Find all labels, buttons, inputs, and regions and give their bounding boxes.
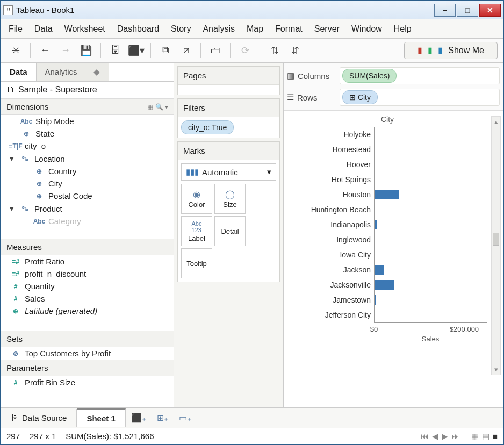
columns-shelf[interactable]: SUM(Sales) [340,67,500,84]
menu-server[interactable]: Server [314,24,340,34]
dimension-field[interactable]: ⊕Postal Code [1,190,174,202]
save-button[interactable]: 💾 [77,42,95,59]
menu-map[interactable]: Map [247,24,263,34]
chart-row[interactable]: Hot Springs [288,172,487,187]
nav-prev-button[interactable]: ◀ [432,432,438,441]
chart-bar[interactable] [375,220,377,229]
menu-analysis[interactable]: Analysis [203,24,235,34]
dimension-field[interactable]: ▾ᵒᵢₒLocation [1,152,174,165]
columns-pill-sum-sales[interactable]: SUM(Sales) [342,69,397,83]
sort-asc-button[interactable]: ⇅ [265,42,284,59]
maximize-button[interactable]: □ [457,4,478,17]
chevron-down-icon: ▾ [267,167,271,177]
chart-row[interactable]: Jamestown [288,292,487,307]
nav-last-button[interactable]: ⏭ [451,432,459,441]
show-me-label: Show Me [448,46,484,55]
chart-bar[interactable] [375,280,394,290]
vertical-scrollbar[interactable]: ▴ ▾ [491,116,501,375]
filter-pill-city-o[interactable]: city_o: True [181,120,234,134]
duplicate-button[interactable]: ⧉ [156,42,175,59]
marks-size-button[interactable]: ◯Size [214,184,246,214]
menu-window[interactable]: Window [351,24,382,34]
chart-row[interactable]: Huntington Beach [288,202,487,217]
rows-pill-city[interactable]: ⊞ City [342,90,378,104]
menu-file[interactable]: File [9,24,23,34]
measure-field[interactable]: ⊕Latitude (generated) [1,305,174,317]
param-field[interactable]: #Profit Bin Size [1,376,174,389]
chart-row[interactable]: Jackson [288,262,487,277]
view-full-button[interactable]: ■ [493,432,498,441]
new-sheet-button[interactable]: ⬛▾ [127,42,145,59]
chart-row-label: Huntington Beach [288,205,374,214]
rows-shelf[interactable]: ⊞ City [340,89,500,106]
measure-field[interactable]: #Sales [1,292,174,305]
pages-card[interactable]: Pages [177,66,280,95]
chart-row[interactable]: Homestead [288,142,487,157]
show-me-button[interactable]: ▮▮▮ Show Me [404,42,498,59]
refresh-button[interactable]: ⟳ [236,42,254,59]
chart-bar[interactable] [375,265,384,275]
scroll-thumb[interactable] [493,233,499,246]
datasource-item[interactable]: 🗋 Sample - Superstore [1,82,174,98]
menu-format[interactable]: Format [275,24,303,34]
dimension-field[interactable]: ⊕Country [1,165,174,177]
menu-story[interactable]: Story [171,24,191,34]
dimension-field[interactable]: AbcShip Mode [1,115,174,127]
tab-data-source[interactable]: 🗄Data Source [1,409,77,427]
nav-next-button[interactable]: ▶ [442,432,448,441]
menu-data[interactable]: Data [34,24,53,34]
view-grid-button[interactable]: ▦ [471,432,479,441]
menu-help[interactable]: Help [394,24,412,34]
tab-sheet-1[interactable]: Sheet 1 [77,408,125,427]
chart-icon: ▮ [417,45,422,55]
chart-row[interactable]: Iowa City [288,247,487,262]
new-story-button[interactable]: ▭₊ [174,413,197,423]
dimension-field[interactable]: AbcCategory [1,215,174,227]
chart-row[interactable]: Houston [288,187,487,202]
redo-button[interactable]: → [56,42,75,59]
set-field[interactable]: ⊘Top Customers by Profit [1,347,174,360]
filters-card[interactable]: Filters city_o: True [177,98,280,138]
view-list-button[interactable]: ▤ [482,432,489,441]
undo-button[interactable]: ← [36,42,54,59]
measure-field[interactable]: #Quantity [1,280,174,292]
sort-desc-button[interactable]: ⇵ [286,42,304,59]
new-worksheet-button[interactable]: ⬛₊ [126,413,152,423]
swap-button[interactable]: 🗃 [206,42,225,59]
dimension-field[interactable]: =T|Fcity_o [1,140,174,152]
measure-field[interactable]: =#Profit Ratio [1,255,174,268]
menu-worksheet[interactable]: Worksheet [64,24,105,34]
x-axis-label: Sales [374,335,487,343]
menu-dashboard[interactable]: Dashboard [117,24,159,34]
clear-button[interactable]: ⧄ [177,42,195,59]
close-button[interactable]: ✕ [479,4,501,17]
pages-label: Pages [178,67,279,85]
marks-type-select[interactable]: ▮▮▮ Automatic ▾ [181,163,276,181]
chart-row[interactable]: Inglewood [288,232,487,247]
tab-data[interactable]: Data [1,63,36,81]
marks-detail-button[interactable]: Detail [214,216,246,246]
new-dashboard-button[interactable]: ⊞₊ [152,413,174,423]
tab-analytics[interactable]: Analytics ◆ [36,63,109,81]
chart-row[interactable]: Indianapolis [288,217,487,232]
minimize-button[interactable]: – [434,4,456,17]
columns-shelf-label: ▥ Columns [287,71,335,81]
chart-row[interactable]: Holyoke [288,127,487,142]
new-data-button[interactable]: 🗄 [106,42,125,59]
chart-row[interactable]: Jacksonville [288,277,487,292]
chart-bar[interactable] [375,295,376,305]
chart-view[interactable]: City HolyokeHomesteadHooverHot SpringsHo… [284,111,503,407]
chart-row[interactable]: Jefferson City [288,307,487,322]
chart-bar[interactable] [375,190,399,199]
dimensions-tools[interactable]: ▦ 🔍 ▾ [147,103,168,111]
logo-icon[interactable]: ✳ [6,42,25,59]
measure-field[interactable]: =#profit_n_discount [1,268,174,280]
dimension-field[interactable]: ⊕City [1,177,174,190]
marks-tooltip-button[interactable]: Tooltip [181,248,212,278]
marks-color-button[interactable]: ◉Color [181,184,212,214]
dimension-field[interactable]: ▾ᵒᵢₒProduct [1,202,174,215]
chart-row[interactable]: Hoover [288,157,487,172]
dimension-field[interactable]: ⊕State [1,127,174,140]
nav-first-button[interactable]: ⏮ [421,432,429,441]
marks-label-button[interactable]: Abc123Label [181,216,212,246]
